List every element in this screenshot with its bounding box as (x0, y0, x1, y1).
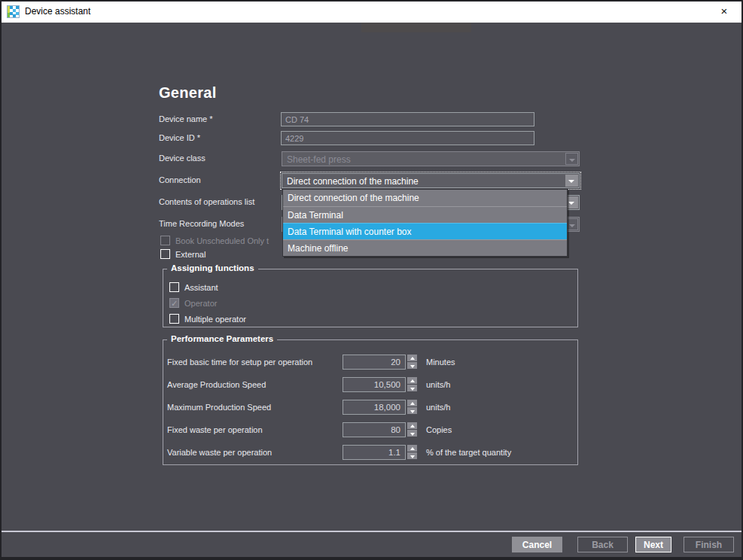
setup-time-stepper (407, 355, 417, 370)
multiple-operator-checkbox[interactable] (169, 314, 179, 324)
max-speed-input[interactable] (343, 400, 406, 415)
fixed-waste-input[interactable] (343, 422, 406, 437)
spin-down-icon[interactable] (407, 362, 417, 369)
close-icon[interactable]: × (717, 5, 731, 18)
avg-speed-input[interactable] (343, 377, 406, 392)
time-recording-label: Time Recording Modes (159, 219, 244, 228)
operations-list-label: Contents of operations list (159, 197, 254, 206)
page-title: General (159, 84, 217, 102)
spin-down-icon[interactable] (407, 385, 417, 391)
external-checkbox[interactable] (160, 249, 170, 259)
connection-value: Direct connection of the machine (287, 176, 419, 187)
variable-waste-input[interactable] (343, 445, 406, 460)
book-unscheduled-label: Book Unscheduled Only t (175, 236, 269, 245)
dropdown-option[interactable]: Direct connection of the machine (283, 190, 567, 206)
max-speed-unit: units/h (426, 403, 450, 412)
cancel-button[interactable]: Cancel (512, 537, 562, 552)
connection-dropdown-list: Direct connection of the machine Data Te… (282, 189, 568, 257)
dropdown-option[interactable]: Data Terminal (283, 206, 567, 223)
app-icon (7, 5, 20, 18)
device-class-value: Sheet-fed press (287, 154, 351, 165)
connection-select[interactable]: Direct connection of the machine (282, 173, 580, 188)
avg-speed-label: Average Production Speed (167, 380, 266, 389)
variable-waste-label: Variable waste per operation (167, 448, 272, 457)
spin-down-icon[interactable] (407, 452, 417, 459)
chevron-down-icon[interactable] (565, 175, 578, 187)
operator-label: Operator (184, 299, 217, 308)
performance-parameters-title: Performance Parameters (167, 334, 277, 343)
max-speed-label: Maximum Production Speed (167, 403, 271, 412)
device-assistant-window: Device assistant × General Device name *… (0, 0, 743, 560)
device-class-label: Device class (159, 154, 206, 163)
top-ghost-rect (361, 23, 471, 32)
back-button[interactable]: Back (577, 537, 628, 552)
device-id-input[interactable] (281, 131, 534, 145)
variable-waste-unit: % of the target quantity (426, 448, 511, 457)
spin-down-icon[interactable] (407, 407, 417, 414)
max-speed-stepper (407, 400, 417, 415)
device-class-select: Sheet-fed press (282, 151, 580, 166)
title-bar: Device assistant × (0, 0, 743, 23)
setup-time-unit: Minutes (426, 358, 455, 367)
dropdown-option-highlighted[interactable]: Data Terminal with counter box (283, 223, 567, 239)
spin-up-icon[interactable] (407, 377, 417, 384)
assistant-checkbox[interactable] (169, 282, 179, 292)
fixed-waste-label: Fixed waste per operation (167, 425, 263, 434)
fixed-waste-stepper (407, 422, 417, 437)
avg-speed-stepper (407, 377, 417, 392)
footer-divider (0, 531, 743, 532)
window-bottom-edge (0, 557, 743, 560)
finish-button[interactable]: Finish (684, 537, 734, 552)
device-name-input[interactable] (281, 112, 534, 126)
spin-up-icon[interactable] (407, 445, 417, 452)
setup-time-label: Fixed basic time for setup per operation (167, 358, 312, 367)
assigning-functions-title: Assigning functions (167, 263, 258, 272)
device-id-label: Device ID * (159, 133, 200, 142)
fixed-waste-unit: Copies (426, 425, 452, 434)
next-button[interactable]: Next (635, 537, 671, 552)
spin-up-icon[interactable] (407, 422, 417, 429)
assistant-label: Assistant (184, 283, 218, 292)
spin-up-icon[interactable] (407, 400, 417, 406)
main-panel: General Device name * Device ID * Device… (0, 23, 743, 560)
external-label: External (175, 250, 206, 259)
book-unscheduled-checkbox (160, 236, 170, 245)
spin-up-icon[interactable] (407, 355, 417, 361)
multiple-operator-label: Multiple operator (184, 315, 246, 324)
setup-time-input[interactable] (343, 355, 406, 370)
variable-waste-stepper (407, 445, 417, 460)
chevron-down-icon (565, 153, 578, 165)
dropdown-option[interactable]: Machine offline (283, 239, 567, 256)
operator-checkbox: ✓ (169, 298, 179, 308)
connection-label: Connection (159, 175, 201, 184)
spin-down-icon[interactable] (407, 430, 417, 437)
window-title: Device assistant (25, 6, 90, 17)
device-name-label: Device name * (159, 114, 213, 123)
avg-speed-unit: units/h (426, 380, 450, 389)
